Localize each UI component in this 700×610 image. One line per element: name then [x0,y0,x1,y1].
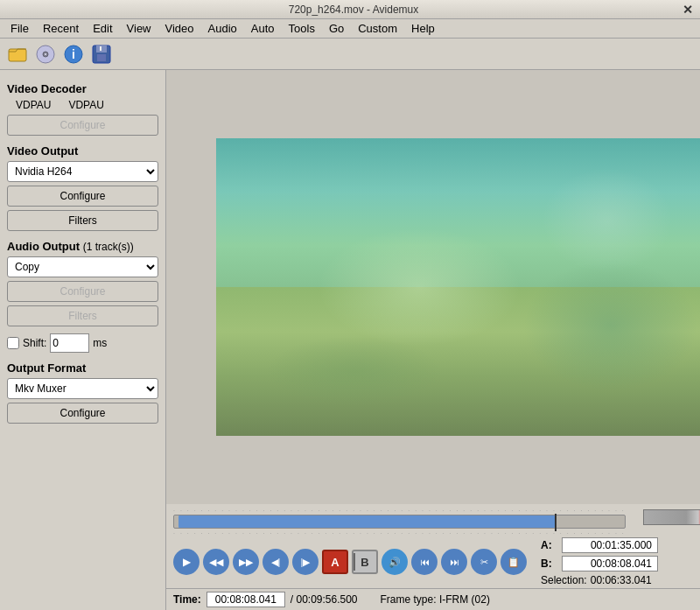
jump-a-button[interactable]: ⏮ [411,549,438,575]
cut-button[interactable]: ✂ [471,549,497,575]
title-bar: 720p_h264.mov - Avidemux ✕ [0,0,700,19]
svg-rect-9 [100,46,102,51]
minimap-area [633,504,700,525]
playback-controls: ▶ ◀◀ ▶▶ ◀| |▶ A B 🔊 [166,545,534,578]
video-output-select[interactable]: Nvidia H264 OpenGL SDL [7,161,158,182]
save-button[interactable] [89,42,114,67]
video-filters-button[interactable]: Filters [7,210,158,231]
menu-bar: File Recent Edit View Video Audio Auto T… [0,19,700,39]
timeline-row: · · · · · · · · · · · · · · · · · · · · … [166,504,700,536]
shift-label: Shift: [23,337,46,349]
right-area: · · · · · · · · · · · · · · · · · · · · … [166,70,700,610]
video-output-title: Video Output [7,144,158,158]
b-label: B: [541,557,558,570]
shift-ms-label: ms [93,337,107,349]
decoder-labels: VDPAU VDPAU [7,99,158,111]
menu-auto[interactable]: Auto [244,20,282,37]
audio-output-select[interactable]: Copy None MP3 AAC [7,256,158,277]
format-configure-button[interactable]: Configure [7,403,158,424]
vdpau-label-1: VDPAU [16,99,51,111]
video-configure-button[interactable]: Configure [7,186,158,207]
window-title: 720p_h264.mov - Avidemux [24,4,682,16]
output-format-select[interactable]: Mkv Muxer AVI MP4 [7,378,158,399]
svg-point-3 [45,53,46,55]
audio-configure-button: Configure [7,281,158,302]
timeline-dots: · · · · · · · · · · · · · · · · · · · · … [173,508,626,513]
svg-rect-8 [97,54,106,61]
play-button[interactable]: ▶ [173,549,200,575]
a-marker-button[interactable]: A [322,550,348,574]
left-panel: Video Decoder VDPAU VDPAU Configure Vide… [0,70,166,610]
timecode-b-row: B: 00:08:08.041 [541,556,700,571]
audio-output-title: Audio Output (1 track(s)) [7,240,158,253]
b-timecode-value: 00:08:08.041 [562,556,658,571]
rewind-button[interactable]: ◀◀ [203,549,229,575]
menu-file[interactable]: File [4,20,36,37]
preview-container [166,70,700,504]
menu-video[interactable]: Video [158,20,201,37]
fast-forward-button[interactable]: ▶▶ [233,549,259,575]
timeline-left: · · · · · · · · · · · · · · · · · · · · … [166,504,633,536]
menu-audio[interactable]: Audio [201,20,244,37]
menu-tools[interactable]: Tools [282,20,322,37]
preview-frame [216,138,701,436]
shift-input[interactable] [50,333,89,353]
status-bar: Time: 00:08:08.041 / 00:09:56.500 Frame … [166,588,700,610]
shift-checkbox[interactable] [7,337,19,349]
controls-row: ▶ ◀◀ ▶▶ ◀| |▶ A B 🔊 [166,536,700,588]
output-format-title: Output Format [7,361,158,375]
time-label: Time: [173,593,201,606]
jump-b-button[interactable]: ⏭ [441,549,467,575]
open-button[interactable] [5,42,30,67]
next-frame-button[interactable]: |▶ [292,549,318,575]
vdpau-label-2: VDPAU [68,99,103,111]
close-button[interactable]: ✕ [682,3,693,17]
menu-view[interactable]: View [120,20,158,37]
svg-rect-0 [9,49,26,61]
decoder-configure-button: Configure [7,115,158,136]
duration-value: / 00:09:56.500 [290,593,358,606]
b-marker-button[interactable]: B [352,550,378,574]
menu-recent[interactable]: Recent [36,20,86,37]
timecodes-panel: A: 00:01:35.000 B: 00:08:08.041 Selectio… [534,536,700,588]
svg-text:i: i [72,47,75,61]
menu-edit[interactable]: Edit [86,20,119,37]
timeline-selection [178,515,555,528]
main-layout: Video Decoder VDPAU VDPAU Configure Vide… [0,70,700,610]
shift-row: Shift: ms [7,333,158,353]
time-value: 00:08:08.041 [206,592,285,607]
paste-button[interactable]: 📋 [500,549,527,575]
frame-type: Frame type: I-FRM (02) [381,593,490,606]
menu-go[interactable]: Go [322,20,351,37]
menu-custom[interactable]: Custom [351,20,404,37]
menu-help[interactable]: Help [404,20,442,37]
timeline-position [555,514,556,531]
prev-frame-button[interactable]: ◀| [262,549,289,575]
selection-row: Selection: 00:06:33.041 [541,574,700,586]
volume-button[interactable]: 🔊 [382,549,408,575]
toolbar: i [0,39,700,70]
dvd-button[interactable] [33,42,58,67]
a-label: A: [541,539,558,551]
timeline-track[interactable] [173,515,626,529]
bottom-section: · · · · · · · · · · · · · · · · · · · · … [166,504,700,610]
video-decoder-title: Video Decoder [7,82,158,95]
audio-filters-button: Filters [7,305,158,326]
timecode-a-row: A: 00:01:35.000 [541,537,700,553]
minimap[interactable] [643,509,700,525]
info-button[interactable]: i [61,42,86,67]
selection-value: 00:06:33.041 [591,574,652,586]
a-timecode-value: 00:01:35.000 [562,537,658,553]
selection-label: Selection: [541,574,587,586]
